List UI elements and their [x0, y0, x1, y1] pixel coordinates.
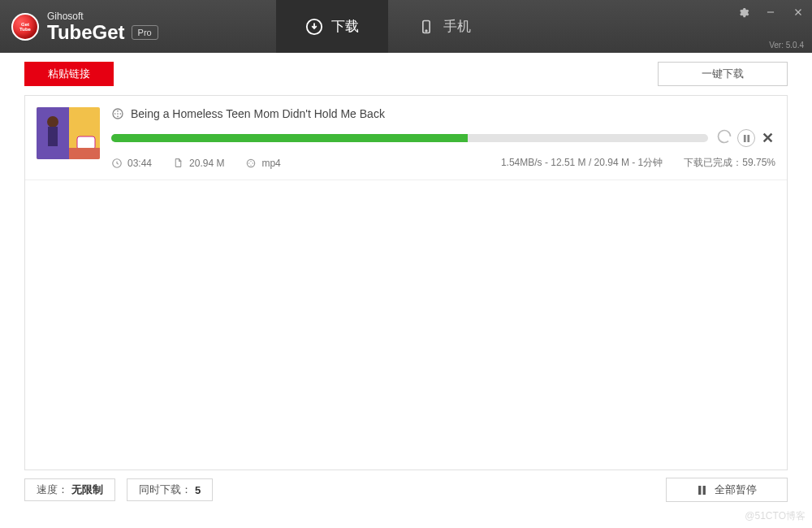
- download-item-body: Being a Homeless Teen Mom Didn't Hold Me…: [111, 107, 775, 170]
- download-title: Being a Homeless Teen Mom Didn't Hold Me…: [131, 107, 385, 120]
- speed-limit-label: 速度：: [37, 483, 68, 497]
- minimize-icon: [765, 6, 776, 18]
- concurrent-control[interactable]: 同时下载： 5: [127, 478, 213, 501]
- app-window: { "brand": { "company": "Gihosoft", "nam…: [0, 0, 812, 528]
- main-tabs: 下载 手机: [276, 0, 500, 53]
- paste-link-button[interactable]: 粘贴链接: [24, 62, 114, 86]
- svg-point-25: [253, 162, 253, 163]
- svg-point-24: [248, 162, 249, 163]
- window-controls: [729, 0, 812, 24]
- brand-text: Gihosoft TubeGet Pro: [47, 11, 158, 43]
- brand-block: Gihosoft TubeGet Pro: [0, 11, 276, 43]
- svg-point-21: [248, 159, 255, 167]
- speed-limit-control[interactable]: 速度： 无限制: [24, 478, 115, 501]
- spinner-icon: [716, 128, 732, 148]
- item-actions: ✕: [716, 128, 775, 148]
- concurrent-value: 5: [195, 484, 201, 496]
- tab-mobile-label: 手机: [443, 17, 471, 36]
- speed-line: 1.54MB/s - 12.51 M / 20.94 M - 1分钟: [501, 156, 663, 170]
- svg-point-14: [117, 115, 119, 117]
- format-icon: [245, 158, 257, 169]
- toolbar: 粘贴链接 一键下载: [0, 53, 812, 95]
- svg-point-2: [425, 30, 427, 32]
- clock-icon: [111, 158, 123, 169]
- pause-item-button[interactable]: [737, 129, 755, 147]
- svg-point-22: [251, 161, 252, 162]
- svg-point-15: [114, 113, 116, 115]
- edition-badge: Pro: [132, 25, 158, 40]
- gear-icon: [737, 6, 749, 19]
- brand-company: Gihosoft: [47, 11, 158, 22]
- statusbar: 速度： 无限制 同时下载： 5 全部暂停: [0, 470, 812, 509]
- tab-download[interactable]: 下载: [276, 0, 388, 53]
- brand-name: TubeGet: [47, 22, 125, 43]
- svg-point-8: [47, 116, 58, 128]
- svg-point-16: [119, 113, 121, 115]
- settings-button[interactable]: [729, 0, 757, 24]
- film-icon: [111, 107, 124, 120]
- svg-point-13: [117, 110, 119, 112]
- svg-point-23: [251, 164, 252, 165]
- concurrent-label: 同时下载：: [139, 483, 192, 497]
- version-label: Ver: 5.0.4: [769, 41, 804, 50]
- format-value: mp4: [261, 158, 280, 169]
- svg-rect-27: [702, 486, 705, 495]
- download-list: Being a Homeless Teen Mom Didn't Hold Me…: [24, 95, 788, 470]
- video-thumbnail: [37, 107, 100, 159]
- duration-value: 03:44: [127, 158, 152, 169]
- svg-rect-10: [77, 136, 95, 149]
- titlebar: Gihosoft TubeGet Pro 下载: [0, 0, 812, 53]
- close-button[interactable]: [784, 0, 812, 24]
- tab-download-label: 下载: [331, 17, 359, 36]
- svg-rect-11: [69, 148, 100, 159]
- svg-rect-26: [698, 486, 701, 495]
- progress-fill: [111, 134, 468, 142]
- app-logo-icon: [11, 13, 39, 41]
- download-icon: [305, 18, 323, 36]
- size-value: 20.94 M: [189, 158, 224, 169]
- remove-item-button[interactable]: ✕: [760, 129, 775, 147]
- pause-icon: [743, 135, 750, 142]
- mobile-icon: [417, 18, 435, 36]
- pause-all-button[interactable]: 全部暂停: [666, 478, 788, 502]
- watermark: @51CTO博客: [745, 509, 806, 523]
- download-meta: 03:44 20.94 M mp4: [111, 156, 775, 170]
- file-icon: [173, 158, 184, 169]
- pause-icon: [698, 486, 706, 495]
- tab-mobile[interactable]: 手机: [388, 0, 500, 53]
- svg-point-17: [117, 113, 119, 115]
- speed-limit-value: 无限制: [71, 483, 103, 497]
- minimize-button[interactable]: [757, 0, 784, 24]
- svg-rect-18: [743, 135, 745, 142]
- onekey-download-button[interactable]: 一键下载: [658, 62, 788, 86]
- svg-rect-19: [747, 135, 749, 142]
- download-item: Being a Homeless Teen Mom Didn't Hold Me…: [25, 96, 787, 180]
- status-line: 下载已完成：59.75%: [684, 156, 775, 170]
- close-icon: [793, 6, 804, 18]
- progress-bar: [111, 134, 708, 142]
- svg-rect-9: [48, 127, 58, 146]
- pause-all-label: 全部暂停: [715, 483, 757, 497]
